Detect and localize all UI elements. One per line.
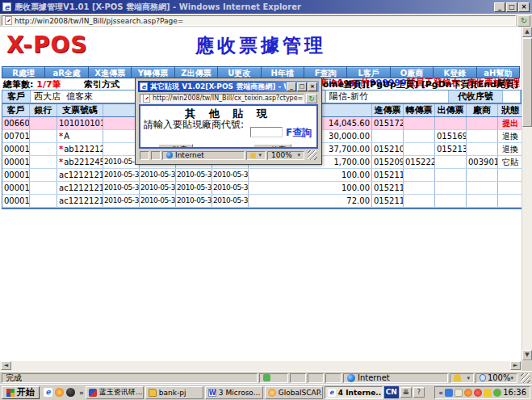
table-cell (30, 130, 57, 142)
query-link[interactable]: F查詢 (286, 126, 312, 140)
popup-resize-grip[interactable] (308, 150, 317, 160)
scroll-down-arrow[interactable]: ▼ (522, 350, 532, 360)
zoom-control[interactable]: 100%▾ (475, 373, 517, 383)
scroll-right-arrow[interactable]: ► (510, 361, 521, 370)
refresh-button[interactable]: ↻ (517, 15, 530, 27)
table-cell: 2010-05-30 (103, 156, 140, 168)
minimize-button[interactable]: _ (494, 2, 505, 12)
table-cell: 2010-05-31 (140, 169, 176, 181)
qq-red-tray-icon[interactable] (474, 389, 482, 397)
page-tray-icon[interactable] (455, 389, 463, 397)
tray-icons (445, 389, 501, 397)
folder-icon (149, 389, 157, 397)
popup-globe-icon (166, 152, 173, 158)
toolbar-button[interactable]: aR全處 (45, 67, 87, 78)
vertical-scrollbar[interactable]: ▲ ▼ (522, 27, 532, 361)
taskbar-task-button[interactable]: e4 Interne...▾ (325, 386, 383, 399)
toolbar-button[interactable]: R處理 (2, 67, 44, 78)
maximize-button[interactable]: □ (506, 2, 517, 12)
clock: 16:36 (503, 388, 526, 397)
app-icon (89, 389, 97, 397)
toolbar-button[interactable]: F查詢 (304, 67, 346, 78)
taskbar-task-button[interactable]: GlobalSCAP... (265, 386, 323, 399)
magnifier-icon (480, 374, 486, 381)
protected-mode-zone[interactable]: ▾ (450, 373, 474, 383)
table-cell: 100.00 (249, 169, 372, 181)
taskbar: 开始 e » 蓝玉资讯研...bank-pjW3 Microso...▾Glob… (0, 384, 532, 400)
table-cell: 015210 (372, 143, 404, 155)
table-cell: 006603 (2, 117, 30, 129)
alert-tray-icon[interactable] (484, 389, 492, 397)
start-button[interactable]: 开始 (2, 386, 40, 399)
msn-tray-icon[interactable] (445, 389, 453, 397)
scroll-left-arrow[interactable]: ◄ (1, 361, 11, 370)
collect-serial-field[interactable] (502, 91, 521, 103)
close-button[interactable]: × (518, 2, 530, 12)
toolbar-button[interactable]: O廠商 (391, 67, 433, 78)
status-text: 完成 (2, 373, 258, 383)
table-cell: 2010-05-30 (212, 182, 249, 194)
scroll-up-arrow[interactable]: ▲ (522, 27, 532, 37)
broken-page-icon (5, 16, 12, 25)
popup-maximize-button[interactable]: □ (297, 82, 307, 91)
toolbar-button[interactable]: U更改 (218, 67, 260, 78)
table-cell: 2010-05-30 (103, 195, 140, 207)
table-cell (30, 195, 57, 207)
popup-address-input[interactable]: http://win2008/tw/IN_Bill/cx_teixin.asp?… (140, 94, 304, 103)
popup-close-button[interactable]: × (308, 82, 317, 91)
popup-minimize-button[interactable]: _ (287, 82, 296, 91)
toolbar-button[interactable]: X進傳票 (89, 67, 131, 78)
table-cell: 000010 (2, 143, 30, 155)
task-dropdown-arrow[interactable]: ▾ (262, 389, 263, 396)
popup-zoom-control[interactable]: 100%▾ (267, 151, 304, 160)
vendor-code-input[interactable] (250, 127, 283, 137)
popup-ie-icon: e (140, 82, 148, 91)
printer-icon[interactable]: 🖶 (400, 387, 412, 398)
taskbar-task-button[interactable]: W3 Microso...▾ (205, 386, 263, 399)
ie-logo-icon: e (2, 2, 11, 11)
confirm-button[interactable]: aS確定 (158, 144, 193, 149)
address-input[interactable]: http://win2008/tw/IN_Bill/pjssearch.asp?… (2, 15, 516, 26)
zone-label: Internet (358, 373, 390, 382)
toolbar-button[interactable]: Y轉傳票 (132, 67, 174, 78)
customer-field[interactable]: 西大店 億客來 (30, 91, 136, 103)
taskbar-task-button[interactable]: bank-pj (145, 386, 203, 399)
ie-icon[interactable]: e (44, 388, 52, 397)
qq-icon[interactable] (66, 388, 75, 397)
popup-refresh-button[interactable]: ↻ (306, 94, 317, 103)
help-icon[interactable]: ? (413, 387, 425, 398)
tray-chevron[interactable]: « (438, 389, 443, 397)
toolbar-button[interactable]: aH幫助 (477, 67, 519, 78)
qq-orange-tray-icon[interactable] (464, 389, 472, 397)
window-titlebar: e 應收票據管理V1.01 [X-POS 雲端商務網] - Windows In… (0, 0, 532, 14)
quick-launch-chevron[interactable]: » (79, 389, 84, 397)
status-cell-2 (308, 373, 324, 383)
task-label: bank-pj (159, 389, 186, 397)
toolbar-button[interactable]: Z出傳票 (175, 67, 217, 78)
toolbar-button[interactable]: L客戶 (347, 67, 389, 78)
cancel-button[interactable]: Esc放棄 (253, 144, 291, 149)
table-cell: 它貼 (498, 156, 522, 168)
toolbar-button[interactable]: K登錄 (434, 67, 475, 78)
header-cell: 支票號碼 (57, 104, 103, 116)
resize-grip[interactable] (521, 373, 530, 383)
update-tray-icon[interactable] (493, 389, 501, 397)
taskbar-task-button[interactable]: 蓝玉资讯研... (86, 386, 144, 399)
horizontal-scrollbar[interactable]: ◄ ► (0, 361, 522, 371)
screen: e 應收票據管理V1.01 [X-POS 雲端商務網] - Windows In… (0, 0, 532, 400)
toolbar-button[interactable]: H年檔 (262, 67, 304, 78)
scrollbar-corner (522, 361, 532, 371)
table-cell: 2010-05-30 (212, 169, 249, 181)
vertical-scroll-thumb[interactable] (522, 38, 532, 127)
table-cell: *A (57, 130, 103, 142)
table-cell (498, 182, 522, 194)
table-row[interactable]: 000010ac121212122010-05-302010-05-312010… (2, 169, 522, 182)
table-row[interactable]: 000010ac121212132010-05-302010-05-312010… (2, 182, 522, 195)
popup-protected-zone[interactable]: ▾ (246, 151, 266, 160)
media-icon[interactable] (55, 388, 64, 397)
paging-links[interactable]: [Home首頁][PgUp上頁] [PgDn下頁][End尾頁] (311, 78, 518, 91)
table-row[interactable]: 000010ac121212132010-05-302010-05-312010… (2, 195, 522, 208)
language-indicator[interactable]: CN (384, 386, 399, 398)
bank-field[interactable]: 陽信-新竹 (325, 91, 449, 103)
table-cell (498, 195, 522, 207)
